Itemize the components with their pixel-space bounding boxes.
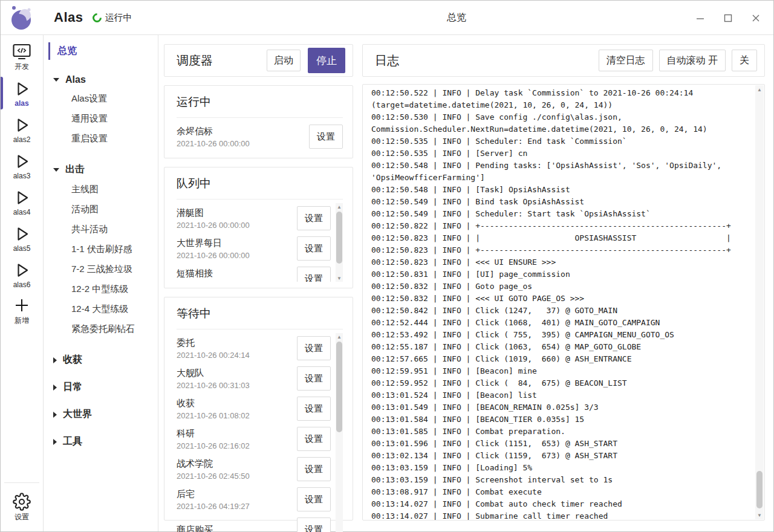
chevron-right-icon <box>53 412 57 418</box>
task-setting-button[interactable]: 设置 <box>297 336 331 360</box>
rail-item-label: alas6 <box>13 281 31 289</box>
chevron-right-icon <box>53 439 57 445</box>
minimize-button[interactable] <box>686 1 714 35</box>
rail-item-alas5[interactable]: alas5 <box>1 220 43 256</box>
log-line: 00:12:50.822 | INFO | +-----------------… <box>371 220 749 232</box>
task-info: 后宅2021-10-26 04:19:27 <box>177 487 297 512</box>
log-line: 00:12:55.187 | INFO | Click (1063, 654) … <box>371 341 749 353</box>
scrollbar-thumb[interactable] <box>336 342 342 432</box>
pending-scrollbar[interactable]: ▲ ▼ <box>336 203 343 282</box>
menu-sub-item[interactable]: 1-1 伏击刷好感 <box>44 239 158 259</box>
rail-item-alas3[interactable]: alas3 <box>1 148 43 184</box>
waiting-area: 委托2021-10-26 00:24:14设置大舰队2021-10-26 00:… <box>177 333 343 514</box>
menu-sub-item[interactable]: 紧急委托刷钻石 <box>44 319 158 339</box>
log-column: 日志 清空日志 自动滚动 开 关 00:12:50.522 | INFO | D… <box>362 44 765 521</box>
rail-item-add[interactable]: 新增 <box>1 293 43 329</box>
start-button[interactable]: 启动 <box>267 50 301 71</box>
scheduler-header-card: 调度器 启动 停止 <box>164 44 353 77</box>
clear-log-button[interactable]: 清空日志 <box>599 50 653 71</box>
log-line: 00:13:14.027 | INFO | Submarine call tim… <box>371 510 749 521</box>
menu-sub-item[interactable]: 共斗活动 <box>44 219 158 239</box>
menu-sub-item[interactable]: Alas设置 <box>44 89 158 109</box>
waiting-scrollbar[interactable]: ▲ ▼ <box>336 333 343 532</box>
task-setting-button[interactable]: 设置 <box>309 125 343 149</box>
menu-group-4[interactable]: 大世界 <box>53 408 158 421</box>
rail-item-dev[interactable]: 开发 <box>1 39 43 75</box>
menu-group-0[interactable]: Alas <box>53 74 158 85</box>
menu-group-5[interactable]: 工具 <box>53 435 158 448</box>
log-line: 00:13:14.027 | INFO | Combat auto check … <box>371 498 749 510</box>
scrollbar-thumb[interactable] <box>756 471 763 508</box>
log-scrollbar[interactable]: ▲ ▼ <box>755 85 764 519</box>
rail-item-alas[interactable]: alas <box>1 75 43 111</box>
menu-sub-item[interactable]: 12-2 中型练级 <box>44 279 158 299</box>
plus-icon <box>13 296 30 315</box>
scrollbar-thumb[interactable] <box>336 212 342 264</box>
menu-sub-item[interactable]: 主线图 <box>44 180 158 199</box>
stop-button[interactable]: 停止 <box>308 48 345 73</box>
menu-item-overview[interactable]: 总览 <box>48 42 158 60</box>
task-setting-button[interactable]: 设置 <box>297 366 331 391</box>
rail-item-label: 设置 <box>15 512 29 522</box>
log-header-card: 日志 清空日志 自动滚动 开 关 <box>362 44 765 77</box>
task-setting-button[interactable]: 设置 <box>297 427 331 451</box>
rail-item-label: 新增 <box>15 316 29 326</box>
task-setting-button[interactable]: 设置 <box>297 517 331 532</box>
rail-item-settings[interactable]: 设置 <box>4 488 39 527</box>
play-icon <box>13 224 31 244</box>
nav-rail: 开发alasalas2alas3alas4alas5alas6新增 设置 <box>1 35 44 531</box>
scroll-down-icon[interactable]: ▼ <box>336 274 343 282</box>
menu-sub-item[interactable]: 活动图 <box>44 199 158 219</box>
task-name: 大舰队 <box>177 366 297 379</box>
menu-group-1[interactable]: 出击 <box>53 163 158 176</box>
pending-task-list: 潜艇图2021-10-26 00:00:00设置大世界每日2021-10-26 … <box>177 203 331 282</box>
task-info: 短猫相接2021-10-26 00:00:00 <box>177 267 297 282</box>
task-setting-button[interactable]: 设置 <box>297 206 331 230</box>
rail-item-label: alas4 <box>13 208 31 216</box>
task-setting-button[interactable]: 设置 <box>297 457 331 481</box>
log-line: 00:12:50.832 | INFO | Goto page_os <box>371 281 749 293</box>
task-name: 收获 <box>177 397 297 409</box>
pending-area: 潜艇图2021-10-26 00:00:00设置大世界每日2021-10-26 … <box>177 203 343 282</box>
task-setting-button[interactable]: 设置 <box>297 397 331 421</box>
scroll-up-icon[interactable]: ▲ <box>336 333 343 340</box>
task-setting-button[interactable]: 设置 <box>297 236 331 261</box>
task-time: 2021-10-26 00:00:00 <box>177 281 297 282</box>
running-area: 余烬信标2021-10-26 00:00:00设置 <box>177 122 343 152</box>
rail-item-alas4[interactable]: alas4 <box>1 184 43 220</box>
menu-group-3[interactable]: 日常 <box>53 381 158 394</box>
menu-sub-item[interactable]: 7-2 三战捡垃圾 <box>44 259 158 279</box>
play-icon <box>13 261 31 280</box>
log-line: 00:12:50.823 | INFO | <<< UI ENSURE >>> <box>371 256 749 268</box>
scroll-down-icon[interactable]: ▼ <box>755 511 764 519</box>
close-button[interactable] <box>742 1 770 35</box>
task-name: 委托 <box>177 336 297 349</box>
waiting-title: 等待中 <box>177 306 343 329</box>
scroll-up-icon[interactable]: ▲ <box>755 85 764 94</box>
maximize-button[interactable] <box>714 1 742 35</box>
nav-rail-items: 开发alasalas2alas3alas4alas5alas6新增 <box>1 39 43 329</box>
scroll-up-icon[interactable]: ▲ <box>336 203 343 210</box>
menu-sub-item[interactable]: 通用设置 <box>44 109 158 129</box>
task-row: 战术学院2021-10-26 02:45:50设置 <box>177 454 331 484</box>
task-setting-button[interactable]: 设置 <box>297 267 331 282</box>
log-line: 00:12:50.831 | INFO | [UI] page_commissi… <box>371 268 749 281</box>
rail-item-alas6[interactable]: alas6 <box>1 256 43 293</box>
autoscroll-off-button[interactable]: 关 <box>732 50 757 71</box>
sidebar-menu: 总览 AlasAlas设置通用设置重启设置出击主线图活动图共斗活动1-1 伏击刷… <box>44 35 158 531</box>
minimize-icon <box>696 14 704 22</box>
task-time: 2021-10-26 04:19:27 <box>177 501 297 512</box>
autoscroll-on-button[interactable]: 自动滚动 开 <box>659 50 726 71</box>
task-setting-button[interactable]: 设置 <box>297 487 331 511</box>
log-line: 00:12:59.952 | INFO | Click ( 84, 675) @… <box>371 377 749 389</box>
log-line: 00:12:53.492 | INFO | Click ( 755, 395) … <box>371 329 749 341</box>
task-info: 战术学院2021-10-26 02:45:50 <box>177 457 297 482</box>
rail-item-alas2[interactable]: alas2 <box>1 111 43 148</box>
menu-sub-item[interactable]: 重启设置 <box>44 129 158 149</box>
rail-item-label: alas3 <box>13 172 31 180</box>
menu-group-2[interactable]: 收获 <box>53 354 158 366</box>
main-content: 调度器 启动 停止 运行中 余烬信标2021-10-26 00:00:00设置 … <box>158 35 773 531</box>
menu-sub-item[interactable]: 12-4 大型练级 <box>44 299 158 319</box>
log-line: 00:12:50.548 | INFO | [Task] OpsiAshAssi… <box>371 184 749 196</box>
chevron-down-icon <box>53 168 59 172</box>
